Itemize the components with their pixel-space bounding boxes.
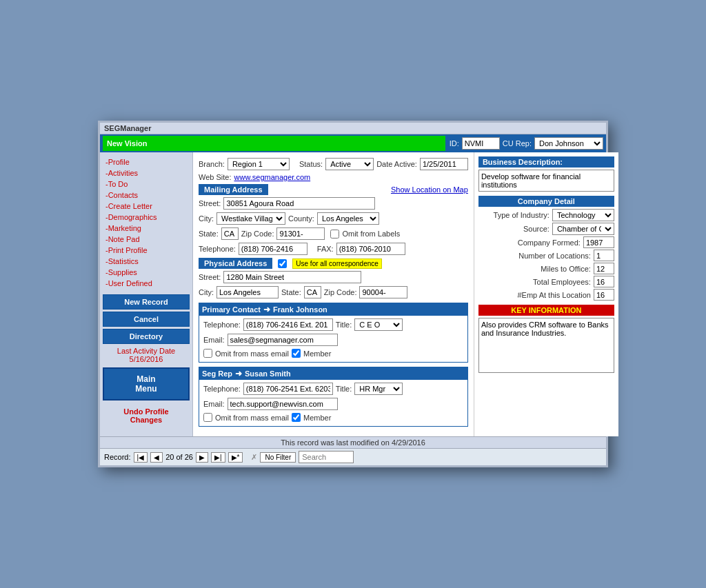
seg-rep-member-checkbox[interactable] [292,413,301,422]
source-row: Source: Chamber of Comm [478,223,614,235]
telephone-field[interactable] [239,243,307,255]
biz-desc-text: Develop software for financial instituti… [478,170,614,192]
sidebar-item-user-defined[interactable]: -User Defined [103,278,190,289]
physical-state-field[interactable] [304,286,321,298]
formed-row: Company Formed: [478,236,614,248]
locations-row: Number of Locations: [478,250,614,261]
seg-rep-header: Seg Rep ➜ Susan Smith [199,367,467,380]
miles-field[interactable] [594,263,614,274]
sidebar-item-activities[interactable]: -Activities [103,168,190,179]
show-location-link[interactable]: Show Location on Map [391,185,468,194]
physical-city-row: City: State: Zip Code: [199,286,468,298]
primary-checkbox-row: Omit from mass email Member [203,349,463,358]
main-menu-button[interactable]: MainMenu [103,367,190,401]
sidebar-item-profile[interactable]: -Profile [103,156,190,168]
primary-telephone-row: Telephone: Title: C E O [203,318,463,331]
employees-field[interactable] [594,276,614,287]
omit-labels-checkbox[interactable] [330,230,339,239]
seg-rep-email-field[interactable] [228,398,338,410]
primary-email-row: Email: [203,334,463,346]
date-active-field[interactable] [420,158,468,170]
main-content: -Profile -Activities -To Do -Contacts -C… [100,152,606,436]
mailing-city-select[interactable]: Westlake Village [216,212,285,225]
sidebar-item-print-profile[interactable]: -Print Profile [103,245,190,256]
sidebar-item-supplies[interactable]: -Supplies [103,267,190,278]
cancel-button[interactable]: Cancel [103,312,190,327]
primary-email-field[interactable] [228,334,338,346]
company-name-bar: New Vision [103,136,445,151]
last-record-button[interactable]: ▶| [211,452,225,463]
physical-street-row: Street: [199,271,468,283]
primary-omit-checkbox[interactable] [203,349,212,358]
primary-contact-arrow: ➜ [263,305,270,314]
emp-location-field[interactable] [594,289,614,301]
primary-telephone-field[interactable] [243,318,333,331]
primary-title-select[interactable]: C E O [354,318,403,331]
mailing-county-select[interactable]: Los Angeles [317,212,379,225]
cu-rep-select[interactable]: Don Johnson [534,137,603,150]
website-link[interactable]: www.segmanager.com [234,173,311,181]
status-select[interactable]: Active [325,158,374,170]
seg-rep-arrow: ➜ [235,369,242,378]
seg-rep-telephone-row: Telephone: Title: HR Mgr [203,383,463,395]
search-input[interactable] [299,451,354,463]
form-area: Branch: Region 1 Status: Active Date Act… [193,152,474,436]
industry-select[interactable]: Technology [552,209,614,221]
miles-row: Miles to Office: [478,263,614,274]
mailing-zip-field[interactable] [276,227,325,240]
next-record-button[interactable]: ▶ [196,452,208,463]
seg-rep-checkbox-row: Omit from mass email Member [203,413,463,422]
no-filter-button[interactable]: No Filter [260,452,296,463]
company-detail-header: Company Detail [478,196,614,207]
sidebar-item-create-letter[interactable]: -Create Letter [103,201,190,212]
use-for-corr-checkbox[interactable] [278,259,287,268]
new-record-button[interactable]: New Record [103,294,190,310]
mailing-street-field[interactable] [223,197,375,210]
primary-contact-section: Primary Contact ➜ Frank Johnson Telephon… [199,303,468,363]
undo-profile-button[interactable]: Undo ProfileChanges [103,405,190,427]
id-field[interactable] [462,137,500,150]
prev-record-button[interactable]: ◀ [150,452,163,463]
physical-zip-field[interactable] [359,286,407,298]
new-nav-record-button[interactable]: ▶* [228,452,243,463]
sidebar-item-todo[interactable]: -To Do [103,179,190,190]
seg-rep-title-select[interactable]: HR Mgr [354,383,403,395]
website-row: Web Site: www.segmanager.com [199,173,468,181]
record-nav: Record: |◀ ◀ 20 of 26 ▶ ▶| ▶* ✗ No Filte… [100,448,606,465]
primary-member-checkbox[interactable] [292,349,301,358]
fax-field[interactable] [336,243,405,255]
sidebar-item-notepad[interactable]: -Note Pad [103,234,190,245]
biz-desc-header: Business Description: [478,156,614,168]
sidebar: -Profile -Activities -To Do -Contacts -C… [100,152,193,436]
seg-rep-omit-checkbox[interactable] [203,413,212,422]
mailing-state-field[interactable] [221,227,239,240]
sidebar-item-statistics[interactable]: -Statistics [103,256,190,267]
branch-row: Branch: Region 1 Status: Active Date Act… [199,158,468,170]
status-bar: This record was last modified on 4/29/20… [100,436,606,448]
sidebar-item-contacts[interactable]: -Contacts [103,190,190,201]
seg-rep-email-row: Email: [203,398,463,410]
formed-field[interactable] [583,236,614,248]
locations-field[interactable] [594,250,614,261]
mailing-street-row: Street: [199,197,468,210]
sidebar-item-marketing[interactable]: -Marketing [103,223,190,234]
sidebar-item-demographics[interactable]: -Demographics [103,212,190,223]
directory-button[interactable]: Directory [103,329,190,344]
physical-city-field[interactable] [216,286,279,298]
primary-contact-header: Primary Contact ➜ Frank Johnson [199,303,467,316]
physical-street-field[interactable] [223,271,361,283]
mailing-address-header: Mailing Address [199,184,268,195]
employees-row: Total Employees: [478,276,614,287]
app-header: New Vision ID: CU Rep: Don Johnson [100,134,606,152]
source-select[interactable]: Chamber of Comm [552,223,614,235]
industry-row: Type of Industry: Technology [478,209,614,221]
first-record-button[interactable]: |◀ [134,452,148,463]
right-panel: Business Description: Develop software f… [474,152,618,436]
mailing-state-row: State: Zip Code: Omit from Labels [199,227,468,240]
header-right: ID: CU Rep: Don Johnson [450,137,603,150]
branch-select[interactable]: Region 1 [228,158,290,170]
key-info-header: KEY INFORMATION [478,305,614,316]
key-info-textarea[interactable]: Also provides CRM software to Banks and … [478,318,614,373]
seg-rep-telephone-field[interactable] [243,383,333,395]
app-title-bar: SEGManager [100,123,606,134]
